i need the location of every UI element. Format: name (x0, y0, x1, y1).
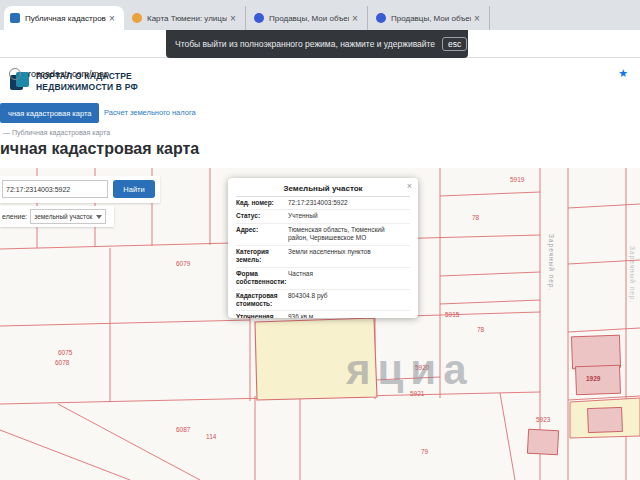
building (571, 335, 620, 369)
popup-row: Уточненная площадь: 936 кв.м (236, 311, 410, 318)
row-label: Статус: (236, 212, 288, 220)
tab-title: Продавцы, Мои объекты (269, 14, 349, 23)
tab-close-icon[interactable]: × (106, 13, 118, 24)
parcel-number: 6079 (176, 260, 190, 267)
cadastral-number-input[interactable]: 72:17:2314003:5922 (2, 180, 108, 198)
page-title: ичная кадастровая карта (0, 140, 199, 158)
popup-title: Земельный участок (236, 184, 410, 197)
esc-key-badge: esc (442, 37, 467, 51)
tab-close-icon[interactable]: × (349, 13, 361, 24)
street-name-label: Заречный пер. (629, 246, 636, 303)
tab-favicon (254, 13, 264, 23)
tab-favicon (10, 13, 20, 23)
fullscreen-exit-notice: Чтобы выйти из полноэкранного режима, на… (166, 30, 468, 58)
row-label: Уточненная площадь: (236, 313, 288, 318)
parcel-number: 5923 (536, 416, 550, 423)
tab-public-cadastral-map[interactable]: чная кадастровая карта (0, 103, 99, 123)
browser-tab-sellers-2[interactable]: Продавцы, Мои объекты × (370, 6, 490, 30)
parcel-number: 78 (477, 326, 484, 333)
popup-row: Форма собственности: Частная (236, 268, 410, 290)
popup-row: Адрес: Тюменская область, Тюменский райо… (236, 224, 410, 246)
tab-close-icon[interactable]: × (227, 13, 239, 24)
close-icon[interactable]: × (407, 181, 412, 191)
building (588, 407, 623, 432)
row-label: Кадастровая стоимость: (236, 292, 288, 309)
row-label: Форма собственности: (236, 270, 288, 287)
chevron-down-icon (96, 215, 102, 219)
row-value: 936 кв.м (288, 313, 406, 318)
popup-row: Кадастровая стоимость: 804304.8 руб (236, 290, 410, 312)
parcel-number: 5915 (445, 311, 459, 318)
parcel-number: 79 (421, 448, 428, 455)
tab-title: Продавцы, Мои объекты (391, 14, 471, 23)
building-number: 1929 (586, 375, 600, 382)
map-watermark: яциа (346, 346, 474, 394)
notice-text: Чтобы выйти из полноэкранного режима, на… (175, 39, 435, 49)
search-panel: 72:17:2314003:5922 Найти (0, 176, 160, 203)
tab-favicon (376, 13, 386, 23)
parcel-number: 6075 (58, 349, 72, 356)
breadcrumb: — Публичная кадастровая карта (3, 129, 110, 136)
building (527, 429, 558, 455)
site-info-icon[interactable] (9, 68, 21, 80)
browser-tab-tyumen-map[interactable]: Карта Тюмени: улицы, дом × (126, 6, 246, 30)
browser-tab-sellers-1[interactable]: Продавцы, Мои объекты × (248, 6, 368, 30)
bookmark-star-icon[interactable]: ★ (618, 67, 628, 80)
parcel-number: 5919 (510, 176, 524, 183)
row-value: Земли населенных пунктов (288, 248, 406, 265)
selected-option: земельный участок (34, 213, 92, 220)
parcel-number: 6078 (55, 359, 69, 366)
row-value: 804304.8 руб (288, 292, 406, 309)
url-text[interactable]: roscadastr.com/map (28, 69, 109, 79)
row-label: Категория земель: (236, 248, 288, 265)
street-name-label: Заречный пер. (548, 234, 555, 291)
layer-filter-panel: еление: земельный участок (0, 206, 114, 227)
row-value: Тюменская область, Тюменский район, Черв… (288, 226, 406, 243)
popup-row: Кад. номер: 72:17:2314003:5922 (236, 197, 410, 210)
parcel-number: 6087 (176, 426, 190, 433)
tab-favicon (132, 13, 142, 23)
tab-title: Карта Тюмени: улицы, дом (147, 14, 227, 23)
tab-close-icon[interactable]: × (471, 13, 483, 24)
row-value: Учтенный (288, 212, 406, 220)
popup-row: Статус: Учтенный (236, 210, 410, 223)
parcel-info-popup: Земельный участок × Кад. номер: 72:17:23… (228, 178, 418, 318)
browser-tab-strip: Публичная кадастровая ка × Карта Тюмени:… (0, 0, 640, 30)
tab-land-tax-calc[interactable]: Расчет земельного налога (104, 108, 196, 117)
tab-title: Публичная кадастровая ка (25, 14, 106, 23)
row-label: Кад. номер: (236, 199, 288, 207)
parcel-number: 78 (472, 214, 479, 221)
search-button[interactable]: Найти (113, 180, 155, 198)
row-value: 72:17:2314003:5922 (288, 199, 406, 207)
browser-tab-cadastral[interactable]: Публичная кадастровая ка × (4, 6, 124, 30)
parcel-number: 114 (206, 433, 216, 440)
popup-row: Категория земель: Земли населенных пункт… (236, 246, 410, 268)
row-value: Частная (288, 270, 406, 287)
object-type-select[interactable]: земельный участок (30, 209, 106, 224)
filter-label: еление: (2, 213, 27, 220)
row-label: Адрес: (236, 226, 288, 243)
